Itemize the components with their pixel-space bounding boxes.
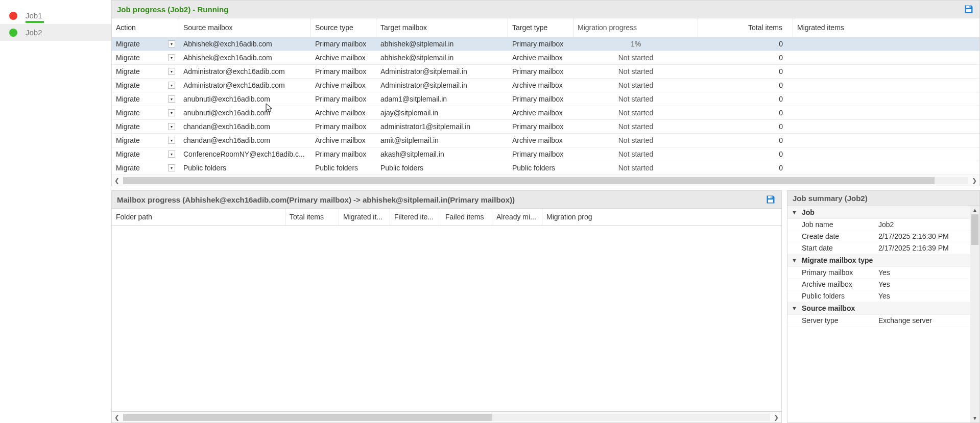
table-row[interactable]: Migrate▾anubnuti@exch16adib.comArchive m… xyxy=(112,106,979,120)
scroll-left-button[interactable]: ❮ xyxy=(112,414,122,421)
column-header-filtered[interactable]: Filtered ite... xyxy=(390,209,441,225)
cell-target-type: Primary mailbox xyxy=(508,92,573,106)
column-header-action[interactable]: Action xyxy=(112,18,179,37)
cell-progress: Not started xyxy=(573,106,698,119)
cell-action: Migrate▾ xyxy=(112,65,179,78)
table-row[interactable]: Migrate▾Public foldersPublic foldersPubl… xyxy=(112,161,979,175)
scroll-thumb[interactable] xyxy=(971,214,978,245)
action-dropdown-button[interactable]: ▾ xyxy=(168,151,175,158)
summary-key: Primary mailbox xyxy=(802,268,878,277)
vertical-scrollbar[interactable]: ▲ ▼ xyxy=(970,206,979,422)
table-row[interactable]: Migrate▾Administrator@exch16adib.comPrim… xyxy=(112,65,979,79)
summary-row: Start date2/17/2025 2:16:39 PM xyxy=(787,242,970,254)
cell-total: 0 xyxy=(698,65,793,78)
action-dropdown-button[interactable]: ▾ xyxy=(168,137,175,144)
summary-value: Yes xyxy=(878,292,966,300)
sidebar-job-item[interactable]: Job1 xyxy=(0,7,111,24)
scroll-track[interactable] xyxy=(123,414,770,421)
scroll-up-button[interactable]: ▲ xyxy=(970,206,979,214)
scroll-right-button[interactable]: ❯ xyxy=(969,177,979,184)
scroll-left-button[interactable]: ❮ xyxy=(112,177,122,184)
column-header-progress[interactable]: Migration progress xyxy=(573,18,698,37)
summary-row: Job nameJob2 xyxy=(787,219,970,231)
table-row[interactable]: Migrate▾Administrator@exch16adib.comArch… xyxy=(112,79,979,92)
cell-target: abhishek@sitplemail.in xyxy=(376,51,508,64)
action-dropdown-button[interactable]: ▾ xyxy=(168,123,175,130)
cell-target: akash@sitplemail.in xyxy=(376,147,508,161)
panel-title: Job progress (Job2) - Running xyxy=(117,5,228,14)
cell-total: 0 xyxy=(698,106,793,119)
column-header-total[interactable]: Total items xyxy=(698,18,793,37)
sidebar-job-item[interactable]: Job2 xyxy=(0,24,111,41)
cell-target-type: Primary mailbox xyxy=(508,120,573,133)
summary-row: Primary mailboxYes xyxy=(787,267,970,279)
cell-action: Migrate▾ xyxy=(112,92,179,106)
table-body: Migrate▾Abhishek@exch16adib.comPrimary m… xyxy=(112,37,979,175)
save-button[interactable] xyxy=(963,4,974,15)
scroll-track[interactable] xyxy=(970,214,979,414)
svg-rect-3 xyxy=(768,196,772,198)
cell-source-type: Primary mailbox xyxy=(311,37,376,51)
scroll-thumb[interactable] xyxy=(123,177,935,184)
action-label: Migrate xyxy=(116,67,140,76)
group-header[interactable]: ▼Migrate mailbox type xyxy=(787,254,970,267)
summary-value: 2/17/2025 2:16:39 PM xyxy=(878,244,966,252)
column-header-source[interactable]: Source mailbox xyxy=(179,18,311,37)
column-header-already[interactable]: Already mi... xyxy=(492,209,542,225)
column-header-folder[interactable]: Folder path xyxy=(112,209,285,225)
cell-migrated xyxy=(793,41,979,46)
column-header-total[interactable]: Total items xyxy=(285,209,339,225)
action-dropdown-button[interactable]: ▾ xyxy=(168,40,175,47)
action-dropdown-button[interactable]: ▾ xyxy=(168,109,175,116)
table-row[interactable]: Migrate▾ConferenceRoomNY@exch16adib.c...… xyxy=(112,147,979,161)
summary-group: ▼Migrate mailbox typePrimary mailboxYesA… xyxy=(787,254,970,302)
action-dropdown-button[interactable]: ▾ xyxy=(168,68,175,75)
cell-source-type: Archive mailbox xyxy=(311,79,376,92)
column-header-source-type[interactable]: Source type xyxy=(311,18,376,37)
action-dropdown-button[interactable]: ▾ xyxy=(168,95,175,103)
panel-title: Job summary (Job2) xyxy=(787,190,980,206)
group-title: Migrate mailbox type xyxy=(802,256,873,264)
column-header-target[interactable]: Target mailbox xyxy=(376,18,508,37)
action-label: Migrate xyxy=(116,40,140,48)
column-header-progress[interactable]: Migration prog xyxy=(542,209,781,225)
cell-source: chandan@exch16adib.com xyxy=(179,120,311,133)
cell-migrated xyxy=(793,55,979,60)
table-row[interactable]: Migrate▾Abhishek@exch16adib.comArchive m… xyxy=(112,51,979,65)
scroll-thumb[interactable] xyxy=(123,414,492,421)
column-header-migrated[interactable]: Migrated items xyxy=(793,18,979,37)
table-row[interactable]: Migrate▾chandan@exch16adib.comArchive ma… xyxy=(112,134,979,147)
mailbox-progress-panel: Mailbox progress (Abhishek@exch16adib.co… xyxy=(111,190,782,423)
scroll-right-button[interactable]: ❯ xyxy=(771,414,781,421)
save-button[interactable] xyxy=(765,194,776,205)
cell-target: ajay@sitplemail.in xyxy=(376,106,508,119)
cell-progress: Not started xyxy=(573,134,698,147)
action-dropdown-button[interactable]: ▾ xyxy=(168,164,175,171)
scroll-down-button[interactable]: ▼ xyxy=(970,414,979,422)
cell-source-type: Primary mailbox xyxy=(311,92,376,106)
action-dropdown-button[interactable]: ▾ xyxy=(168,54,175,61)
summary-key: Server type xyxy=(802,316,878,325)
table-row[interactable]: Migrate▾chandan@exch16adib.comPrimary ma… xyxy=(112,120,979,134)
cell-target-type: Public folders xyxy=(508,161,573,175)
cell-progress: Not started xyxy=(573,51,698,64)
action-dropdown-button[interactable]: ▾ xyxy=(168,82,175,89)
job-label: Job1 xyxy=(26,11,42,20)
column-header-target-type[interactable]: Target type xyxy=(508,18,573,37)
job-label: Job2 xyxy=(26,28,42,37)
scroll-track[interactable] xyxy=(123,177,968,184)
cell-progress: Not started xyxy=(573,92,698,106)
cell-progress: Not started xyxy=(573,147,698,161)
group-header[interactable]: ▼Job xyxy=(787,206,970,219)
column-header-migrated[interactable]: Migrated it... xyxy=(339,209,390,225)
table-row[interactable]: Migrate▾Abhishek@exch16adib.comPrimary m… xyxy=(112,37,979,51)
cell-source: Administrator@exch16adib.com xyxy=(179,79,311,92)
column-header-failed[interactable]: Failed items xyxy=(441,209,492,225)
group-header[interactable]: ▼Source mailbox xyxy=(787,302,970,315)
horizontal-scrollbar[interactable]: ❮ ❯ xyxy=(111,175,980,186)
table-row[interactable]: Migrate▾anubnuti@exch16adib.comPrimary m… xyxy=(112,92,979,106)
cell-total: 0 xyxy=(698,147,793,161)
cell-action: Migrate▾ xyxy=(112,134,179,147)
floppy-disk-icon xyxy=(964,4,974,14)
horizontal-scrollbar[interactable]: ❮ ❯ xyxy=(111,412,782,423)
